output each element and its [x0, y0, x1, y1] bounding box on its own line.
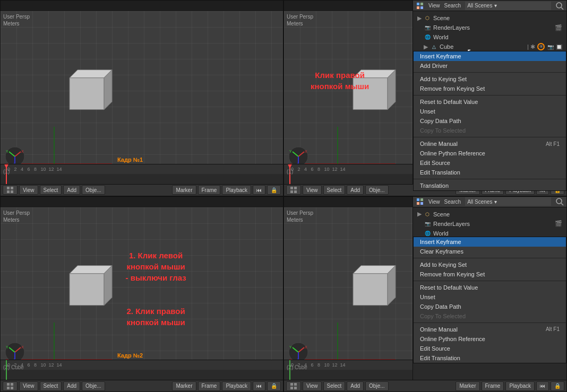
axis-lines-v	[54, 127, 55, 169]
btn-select-bl[interactable]: Select	[40, 381, 62, 391]
menu-copy-data-path-bottom[interactable]: Copy Data Path	[414, 302, 566, 311]
menu-reset-default-bottom[interactable]: Reset to Default Value	[414, 283, 566, 292]
outliner-search-tr[interactable]: Search	[444, 3, 461, 8]
menu-add-keying-set-bottom[interactable]: Add to Keying Set	[414, 260, 566, 269]
menu-python-ref-top[interactable]: Online Python Reference	[414, 149, 566, 158]
menu-unset-bottom[interactable]: Unset	[414, 292, 566, 302]
btn-icons2-bl[interactable]: 🔒	[267, 381, 281, 391]
svg-rect-36	[290, 190, 293, 193]
cube-3d-bottom-left	[62, 260, 120, 311]
btn-view-icon-tr[interactable]	[286, 185, 301, 195]
tree-item-scene-tr[interactable]: ▶ ⬡ Scene	[413, 13, 566, 23]
svg-rect-14	[7, 190, 10, 193]
btn-view-tl[interactable]: View	[19, 185, 38, 195]
menu-remove-keying-set-bottom[interactable]: Remove from Keying Set	[414, 269, 566, 279]
menu-online-manual-bottom[interactable]: Online Manual Alt F1	[414, 325, 566, 334]
menu-insert-keyframe-bottom[interactable]: Insert Keyframe	[414, 237, 566, 247]
svg-text:X: X	[21, 150, 24, 153]
menu-online-manual-top[interactable]: Online Manual Alt F1	[414, 139, 566, 149]
btn-marker-bl[interactable]: Marker	[172, 381, 196, 391]
btn-object-bl[interactable]: Obje...	[82, 381, 105, 391]
btn-add-tl[interactable]: Add	[63, 185, 80, 195]
timeline-body-tl	[1, 174, 283, 185]
btn-view-tr[interactable]: View	[303, 185, 322, 195]
menu-clear-keyframes-bottom[interactable]: Clear Keyframes	[414, 247, 566, 256]
btn-playback-bl[interactable]: Playback	[222, 381, 251, 391]
search-icon-tr[interactable]	[555, 2, 564, 10]
svg-marker-0	[70, 77, 104, 109]
outliner-search-br[interactable]: Search	[444, 199, 461, 205]
all-scenes-tr[interactable]: All Scenes ▾	[465, 2, 551, 10]
btn-object-tr[interactable]: Obje...	[365, 185, 388, 195]
search-icon-br[interactable]	[555, 197, 564, 206]
btn-marker-br[interactable]: Marker	[456, 381, 479, 391]
btn-icons2-br[interactable]: 🔒	[551, 381, 564, 391]
btn-playback-br[interactable]: Playback	[505, 381, 535, 391]
menu-edit-source-bottom[interactable]: Edit Source	[414, 344, 566, 353]
btn-playback-tl[interactable]: Playback	[222, 185, 251, 195]
tree-item-renderlayers-br[interactable]: 📷 RenderLayers 🎬	[413, 219, 566, 229]
btn-object-br[interactable]: Obje...	[365, 381, 388, 391]
btn-view-icon-tl[interactable]	[3, 185, 18, 195]
timeline-tl[interactable]: 0 2 4 6 8 10 12 14	[1, 164, 283, 184]
btn-add-bl[interactable]: Add	[63, 381, 80, 391]
btn-view-icon-bl[interactable]	[3, 381, 18, 391]
btn-add-br[interactable]: Add	[347, 381, 364, 391]
btn-frame-tl[interactable]: Frame	[198, 185, 221, 195]
btn-icons1-bl[interactable]: ⏮	[253, 381, 265, 391]
menu-python-ref-bottom[interactable]: Online Python Reference	[414, 334, 566, 344]
menu-translation-top[interactable]: Translation	[414, 181, 566, 190]
menu-copy-data-path-top[interactable]: Copy Data Path	[414, 116, 566, 126]
render-restrict-tr[interactable]: 🔲	[556, 44, 562, 50]
menu-edit-translation-bottom[interactable]: Edit Translation	[414, 353, 566, 363]
outliner-view-br[interactable]: View	[428, 199, 440, 205]
menu-add-keying-set-top[interactable]: Add to Keying Set	[414, 74, 566, 84]
tree-item-cube-tr[interactable]: ▶ △ Cube | ✱ 👁 📷 🔲	[413, 42, 566, 51]
timeline-bl[interactable]: 0 2 4 6 8 10 12 14	[1, 360, 283, 380]
outliner-view-tr[interactable]: View	[428, 3, 440, 8]
panel-bottom-left: X Y Z 1. Клик левойкнопкой мыши- выключи…	[0, 196, 284, 393]
tree-item-world-tr[interactable]: 🌐 World	[413, 32, 566, 42]
panel-num-tl: (1)	[3, 169, 10, 175]
menu-copy-to-selected-top: Copy To Selected	[414, 126, 566, 135]
timeline-tr[interactable]: 0 2 4 6 8 10 12 14	[284, 164, 413, 184]
tree-item-renderlayers-tr[interactable]: 📷 RenderLayers 🎬	[413, 23, 566, 32]
svg-rect-30	[417, 6, 419, 9]
svg-rect-28	[417, 3, 419, 5]
all-scenes-br[interactable]: All Scenes ▾	[465, 197, 551, 206]
btn-add-tr[interactable]: Add	[347, 185, 364, 195]
tree-item-scene-br[interactable]: ▶ ⬡ Scene	[413, 210, 566, 219]
panel-bottom-right: X Y Z User Persp Meters View Search All …	[284, 196, 567, 393]
btn-marker-tl[interactable]: Marker	[172, 185, 196, 195]
kader-label-bl: Кадр №2	[117, 352, 143, 359]
menu-copy-to-selected-bottom: Copy To Selected	[414, 311, 566, 321]
btn-view-br[interactable]: View	[303, 381, 322, 391]
menu-remove-keying-set-top[interactable]: Remove from Keying Set	[414, 84, 566, 93]
btn-frame-br[interactable]: Frame	[482, 381, 504, 391]
btn-select-tr[interactable]: Select	[323, 185, 346, 195]
btn-view-icon-br[interactable]	[286, 381, 301, 391]
sep2-top	[414, 95, 566, 95]
camera-restrict-tr[interactable]: 📷	[547, 44, 554, 50]
menu-reset-default-top[interactable]: Reset to Default Value	[414, 97, 566, 107]
viewport-bottom-left[interactable]: X Y Z 1. Клик левойкнопкой мыши- выключи…	[1, 207, 283, 371]
btn-view-bl[interactable]: View	[19, 381, 38, 391]
btn-icons2-tl[interactable]: 🔒	[267, 185, 281, 195]
btn-select-br[interactable]: Select	[323, 381, 346, 391]
menu-unset-top[interactable]: Unset	[414, 107, 566, 116]
menu-add-driver-top[interactable]: Add Driver	[414, 61, 566, 71]
menu-edit-translation-top[interactable]: Edit Translation	[414, 168, 566, 177]
btn-frame-bl[interactable]: Frame	[198, 381, 221, 391]
timeline-body-bl	[1, 370, 283, 380]
svg-rect-69	[420, 202, 423, 205]
menu-edit-source-top[interactable]: Edit Source	[414, 158, 566, 168]
cube-3d-top-left	[62, 64, 120, 115]
viewport-top-left[interactable]: X Y Z	[1, 11, 283, 175]
menu-insert-keyframe-top[interactable]: Insert Keyframe	[414, 51, 566, 61]
btn-object-tl[interactable]: Obje...	[82, 185, 105, 195]
timeline-ruler-tr: 0 2 4 6 8 10 12 14	[284, 164, 413, 174]
btn-icons1-br[interactable]: ⏮	[536, 381, 549, 391]
eye-icon-tr[interactable]: 👁	[537, 43, 545, 50]
btn-icons1-tl[interactable]: ⏮	[253, 185, 265, 195]
btn-select-tl[interactable]: Select	[40, 185, 62, 195]
